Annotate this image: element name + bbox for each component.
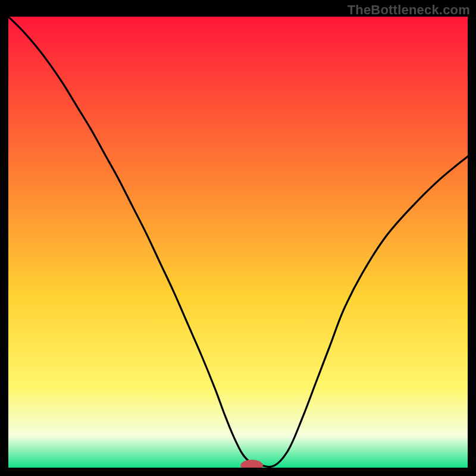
gradient-background [8, 17, 468, 468]
watermark-text: TheBottleneck.com [347, 2, 470, 18]
plot-area [8, 17, 468, 468]
chart-svg [8, 17, 468, 468]
chart-stage: TheBottleneck.com [0, 0, 476, 476]
